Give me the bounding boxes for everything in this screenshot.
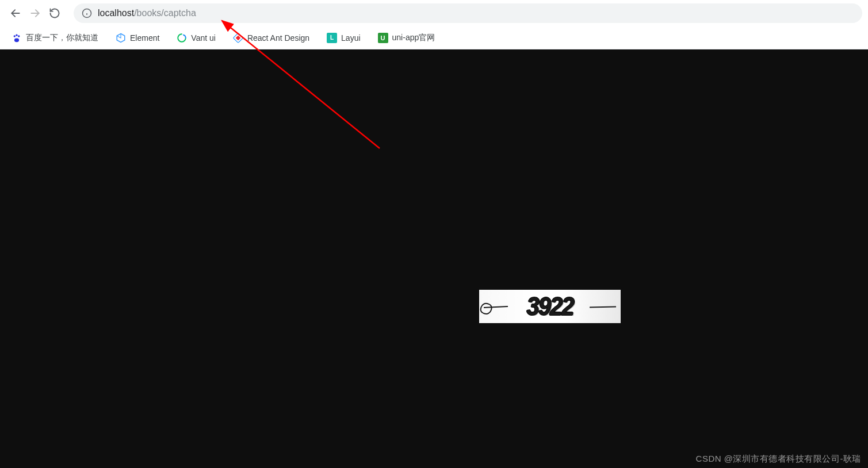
captcha-noise-line: [484, 306, 508, 308]
page-viewport: 3922: [0, 49, 868, 468]
bookmark-layui[interactable]: L Layui: [323, 30, 364, 45]
svg-point-8: [14, 38, 19, 42]
bookmark-label: Vant ui: [191, 33, 216, 43]
bookmark-baidu[interactable]: 百度一下，你就知道: [8, 30, 102, 45]
bookmark-react-ant[interactable]: React Ant Design: [230, 30, 313, 45]
svg-point-6: [16, 34, 17, 36]
forward-button[interactable]: [25, 3, 45, 23]
captcha-noise-line: [590, 306, 616, 308]
layui-icon: L: [327, 33, 337, 43]
info-icon: [82, 8, 92, 18]
reload-button[interactable]: [45, 3, 64, 23]
arrow-left-icon: [10, 7, 21, 19]
bookmark-label: uni-app官网: [392, 33, 435, 43]
bookmark-label: Element: [130, 33, 159, 43]
uniapp-icon: U: [378, 33, 388, 43]
bookmark-label: Layui: [341, 33, 360, 43]
address-bar[interactable]: localhost/books/captcha: [74, 3, 862, 23]
arrow-right-icon: [29, 7, 41, 19]
reload-icon: [49, 7, 60, 19]
svg-rect-10: [236, 35, 240, 40]
watermark: CSDN @深圳市有德者科技有限公司-耿瑞: [696, 454, 861, 465]
captcha-text: 3922: [527, 292, 573, 321]
bookmark-label: 百度一下，你就知道: [26, 33, 98, 43]
nav-toolbar: localhost/books/captcha: [0, 0, 868, 26]
url-text: localhost/books/captcha: [98, 8, 196, 18]
bookmark-vant[interactable]: Vant ui: [173, 30, 219, 45]
bookmark-uniapp[interactable]: U uni-app官网: [374, 30, 439, 45]
baidu-icon: [12, 33, 22, 43]
bookmark-label: React Ant Design: [247, 33, 309, 43]
svg-point-5: [14, 35, 16, 37]
bookmark-element[interactable]: Element: [112, 30, 163, 45]
react-ant-icon: [233, 33, 243, 43]
captcha-image: 3922: [479, 290, 621, 323]
url-host: localhost: [98, 8, 134, 18]
element-icon: [116, 33, 126, 43]
bookmarks-bar: 百度一下，你就知道 Element Vant ui React Ant Desi…: [0, 26, 868, 49]
vant-icon: [177, 33, 187, 43]
url-path: /books/captcha: [134, 8, 196, 18]
back-button[interactable]: [6, 3, 25, 23]
svg-point-7: [18, 35, 20, 37]
